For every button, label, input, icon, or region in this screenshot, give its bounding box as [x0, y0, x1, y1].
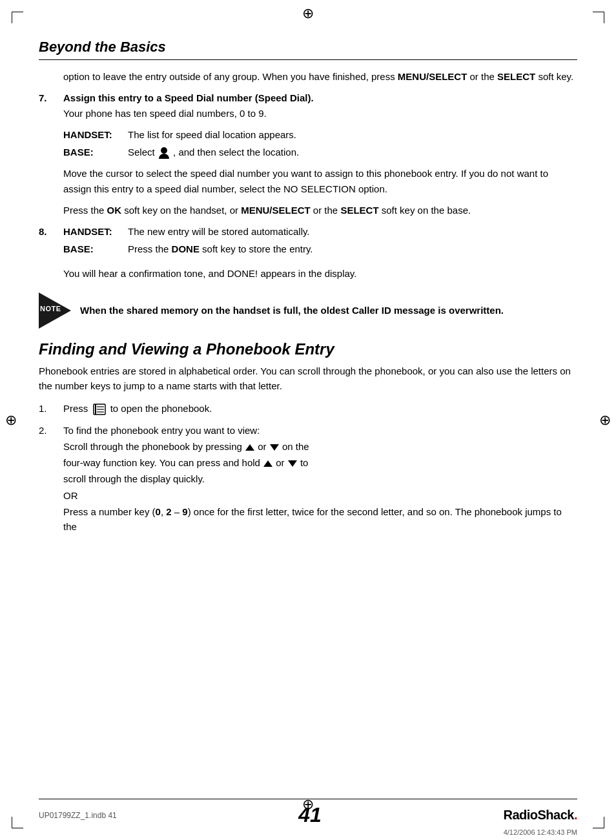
- confirm-para: You will hear a confirmation tone, and D…: [63, 266, 577, 281]
- section2-item2-num: 2.: [39, 423, 63, 535]
- item8-handset-row: HANDSET: The new entry will be stored au…: [63, 224, 577, 239]
- item8-base-row: BASE: Press the DONE soft key to store t…: [63, 241, 577, 256]
- item7-number: 7.: [39, 90, 63, 121]
- section2-intro: Phonebook entries are stored in alphabet…: [39, 364, 577, 394]
- section2-item2-or: OR: [63, 488, 577, 503]
- move-para: Move the cursor to select the speed dial…: [63, 166, 577, 196]
- item7-handset-val: The list for speed dial location appears…: [128, 127, 577, 142]
- crosshair-left-icon: [5, 412, 17, 429]
- section2-item1-num: 1.: [39, 401, 63, 416]
- divider-top: [39, 59, 577, 60]
- person-icon: [159, 147, 169, 159]
- list-item-7: 7. Assign this entry to a Speed Dial num…: [39, 90, 577, 121]
- arrow-up-icon-2: [263, 460, 272, 467]
- page-number: 41: [298, 803, 322, 827]
- item8-handset-val: The new entry will be stored automatical…: [128, 224, 577, 239]
- list-item-8: 8. HANDSET: The new entry will be stored…: [39, 224, 577, 260]
- svg-rect-1: [95, 404, 96, 415]
- item7-handset-row: HANDSET: The list for speed dial locatio…: [63, 127, 577, 142]
- item7-sub: Your phone has ten speed dial numbers, 0…: [63, 108, 267, 119]
- section2-item2-content: To find the phonebook entry you want to …: [63, 423, 577, 535]
- footer: UP01799ZZ_1.indb 41 41 RadioShack.: [39, 799, 577, 827]
- item7-base-label: BASE:: [63, 145, 128, 159]
- item7-base-row: BASE: Select , and then select the locat…: [63, 145, 577, 159]
- page: Beyond the Basics option to leave the en…: [0, 0, 616, 840]
- section2-title: Finding and Viewing a Phonebook Entry: [39, 340, 577, 358]
- corner-mark-bl: [12, 817, 23, 828]
- footer-timestamp-right: 4/12/2006 12:43:43 PM: [504, 828, 577, 836]
- item7-base-val: Select , and then select the location.: [128, 145, 577, 159]
- section2-item2: 2. To find the phonebook entry you want …: [39, 423, 577, 535]
- note-box: NOTE When the shared memory on the hands…: [39, 292, 577, 329]
- footer-file-info: UP01799ZZ_1.indb 41: [39, 811, 117, 820]
- section2-item2-line4: scroll through the display quickly.: [63, 471, 577, 486]
- item7-handset-label: HANDSET:: [63, 127, 128, 142]
- main-content: Beyond the Basics option to leave the en…: [39, 32, 577, 801]
- section2-item2-line1: To find the phonebook entry you want to …: [63, 423, 577, 438]
- item7-labels: HANDSET: The list for speed dial locatio…: [63, 127, 577, 160]
- item7-title: Assign this entry to a Speed Dial number…: [63, 92, 314, 103]
- arrow-down-icon-2: [288, 460, 297, 467]
- section2-item2-press: Press a number key (0, 2 – 9) once for t…: [63, 504, 577, 535]
- corner-mark-tl: [12, 12, 23, 23]
- footer-meta: 4/12/2006 12:43:43 PM: [39, 828, 577, 836]
- section2-item1: 1. Press to open the phonebook.: [39, 401, 577, 416]
- section2-item2-line3: four-way function key. You can press and…: [63, 455, 577, 470]
- crosshair-top-icon: [302, 5, 314, 22]
- section2-item1-content: Press to open the phonebook.: [63, 401, 577, 416]
- brand-name: RadioShack.: [503, 808, 577, 823]
- corner-mark-tr: [593, 12, 604, 23]
- section2-item2-line2: Scroll through the phonebook by pressing…: [63, 439, 577, 454]
- item8-base-label: BASE:: [63, 241, 128, 256]
- corner-mark-br: [593, 817, 604, 828]
- phonebook-icon: [92, 404, 107, 415]
- intro-para: option to leave the entry outside of any…: [63, 69, 577, 84]
- item7-content: Assign this entry to a Speed Dial number…: [63, 90, 577, 121]
- item8-base-val: Press the DONE soft key to store the ent…: [128, 241, 577, 256]
- note-text: When the shared memory on the handset is…: [80, 303, 504, 318]
- section1-title: Beyond the Basics: [39, 39, 577, 56]
- item8-number: 8.: [39, 224, 63, 260]
- press-ok-para: Press the OK soft key on the handset, or…: [63, 203, 577, 218]
- item8-content: HANDSET: The new entry will be stored au…: [63, 224, 577, 260]
- note-label: NOTE: [40, 305, 61, 312]
- arrow-up-icon-1: [245, 444, 254, 451]
- item8-handset-label: HANDSET:: [63, 224, 128, 239]
- crosshair-right-icon: [599, 412, 611, 429]
- intro-text: option to leave the entry outside of any…: [63, 71, 573, 82]
- arrow-down-icon-1: [270, 444, 279, 451]
- note-triangle-icon: NOTE: [39, 292, 71, 329]
